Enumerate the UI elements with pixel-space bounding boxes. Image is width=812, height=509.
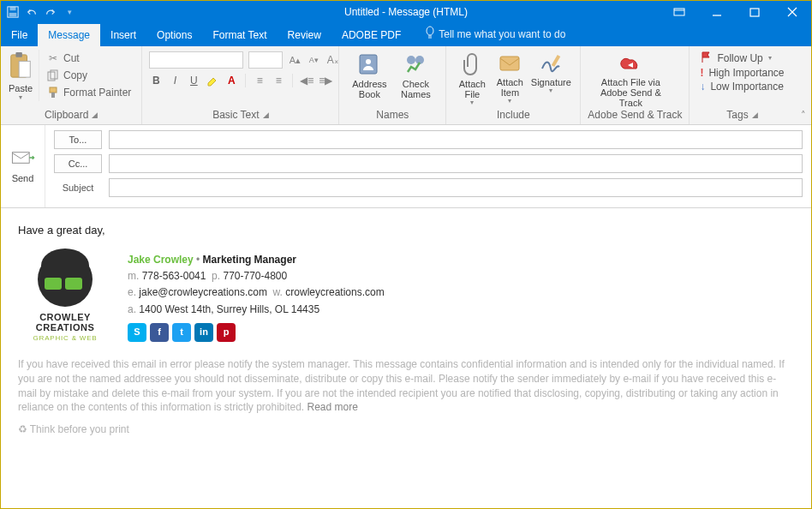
pinterest-icon[interactable]: p: [217, 323, 236, 342]
chevron-down-icon: ▾: [508, 98, 511, 105]
tab-message[interactable]: Message: [38, 24, 100, 46]
decrease-indent-icon[interactable]: ◀≡: [300, 74, 313, 87]
ribbon: Paste ▾ ✂ Cut Copy Format Painter C: [1, 46, 811, 125]
signature-icon: [539, 51, 563, 75]
tab-options[interactable]: Options: [146, 24, 202, 46]
exclamation-icon: !: [700, 67, 703, 79]
to-button[interactable]: To...: [54, 130, 102, 149]
sig-a-val: 1400 West 14th, Surrey Hills, OL 14435: [139, 303, 319, 315]
low-importance-label: Low Importance: [710, 81, 783, 93]
decrease-font-icon[interactable]: A▾: [307, 53, 320, 67]
tab-file[interactable]: File: [1, 24, 38, 46]
signature-button[interactable]: Signature ▾: [528, 50, 573, 95]
address-book-icon: [356, 51, 382, 77]
collapse-ribbon-icon[interactable]: ˄: [801, 110, 806, 121]
dialog-launcher-icon[interactable]: ◢: [92, 111, 98, 119]
attach-item-icon: [498, 51, 522, 75]
high-importance-button[interactable]: ! High Importance: [696, 66, 787, 80]
body-greeting: Have a great day,: [18, 224, 794, 237]
skype-icon[interactable]: S: [128, 323, 146, 342]
check-names-icon: [403, 51, 428, 77]
paste-button[interactable]: Paste ▾: [8, 51, 33, 101]
copy-button[interactable]: Copy: [43, 67, 134, 84]
sig-e-val: jake@crowleycreations.com: [139, 286, 267, 298]
copy-icon: [46, 69, 60, 82]
minimize-icon[interactable]: [698, 1, 736, 22]
svg-rect-24: [552, 55, 560, 67]
adobe-group-label: Adobe Send & Track: [588, 109, 682, 121]
tab-format-text[interactable]: Format Text: [202, 24, 277, 46]
font-color-icon[interactable]: A: [224, 74, 238, 87]
message-body[interactable]: Have a great day, CROWLEY CREATIONS GRAP…: [1, 208, 811, 508]
quick-access-toolbar: ▾: [1, 5, 76, 19]
paperclip-icon: [461, 51, 483, 77]
italic-icon[interactable]: I: [168, 74, 182, 87]
title-bar: ▾ Untitled - Message (HTML): [1, 1, 811, 22]
svg-rect-2: [9, 12, 17, 15]
numbering-icon[interactable]: ≡: [272, 74, 285, 87]
twitter-icon[interactable]: t: [172, 323, 191, 342]
dialog-launcher-icon[interactable]: ◢: [263, 111, 269, 119]
cc-button[interactable]: Cc...: [54, 154, 102, 173]
tell-me-search[interactable]: Tell me what you want to do: [418, 21, 572, 46]
increase-indent-icon[interactable]: ≡▶: [319, 74, 332, 87]
logo-line1: CROWLEY: [39, 312, 91, 322]
svg-rect-1: [10, 6, 16, 9]
dialog-launcher-icon[interactable]: ◢: [752, 111, 758, 119]
think-before-print: ♻ Think before you print: [18, 423, 794, 435]
group-include: Attach File ▾ Attach Item ▾ Signature ▾ …: [446, 46, 581, 124]
flag-icon: [700, 51, 712, 65]
attach-item-button[interactable]: Attach Item ▾: [491, 50, 528, 105]
svg-point-21: [407, 56, 415, 64]
format-painter-button[interactable]: Format Painter: [43, 84, 134, 101]
to-input[interactable]: [109, 130, 803, 149]
tab-adobe-pdf[interactable]: ADOBE PDF: [331, 24, 411, 46]
underline-icon[interactable]: U: [187, 74, 200, 87]
low-importance-button[interactable]: ↓ Low Importance: [696, 80, 786, 93]
address-book-button[interactable]: Address Book: [346, 50, 392, 99]
undo-icon[interactable]: [25, 5, 39, 19]
close-icon[interactable]: [773, 1, 811, 22]
adobe-attach-button[interactable]: Attach File via Adobe Send & Track: [588, 50, 673, 108]
scissors-icon: ✂: [46, 51, 60, 65]
maximize-icon[interactable]: [736, 1, 773, 22]
highlight-icon[interactable]: [206, 74, 219, 87]
sig-name: Jake Crowley: [128, 254, 194, 266]
follow-up-button[interactable]: Follow Up ▾: [696, 50, 774, 66]
svg-rect-18: [51, 93, 55, 98]
redo-icon[interactable]: [44, 5, 57, 19]
follow-up-label: Follow Up: [717, 52, 762, 64]
sig-bullet: •: [196, 254, 200, 266]
sig-p-val: 770-770-4800: [223, 270, 287, 282]
save-icon[interactable]: [6, 5, 20, 19]
clear-format-icon[interactable]: Aₓ: [325, 53, 339, 67]
qat-dropdown-icon[interactable]: ▾: [63, 5, 76, 19]
sig-p-key: p.: [212, 270, 220, 282]
bullets-icon[interactable]: ≡: [253, 74, 266, 87]
linkedin-icon[interactable]: in: [194, 323, 213, 342]
ribbon-tabs: File Message Insert Options Format Text …: [1, 22, 811, 46]
svg-point-20: [366, 59, 371, 64]
tab-insert[interactable]: Insert: [100, 24, 146, 46]
attach-file-button[interactable]: Attach File ▾: [453, 50, 491, 107]
facebook-icon[interactable]: f: [150, 323, 169, 342]
increase-font-icon[interactable]: A▴: [288, 53, 302, 67]
lightbulb-icon: [425, 27, 435, 41]
check-names-button[interactable]: Check Names: [392, 50, 439, 99]
svg-rect-17: [50, 87, 57, 93]
cut-button[interactable]: ✂ Cut: [43, 50, 134, 67]
bold-icon[interactable]: B: [149, 74, 163, 87]
ribbon-display-icon[interactable]: [660, 1, 698, 22]
logo-tag: GRAPHIC & WEB: [33, 334, 98, 342]
read-more-link[interactable]: Read more: [307, 401, 358, 413]
subject-input[interactable]: [109, 178, 803, 197]
tab-review[interactable]: Review: [278, 24, 331, 46]
font-family-combo[interactable]: [149, 51, 243, 69]
sig-m-val: 778-563-0041: [142, 270, 206, 282]
cc-input[interactable]: [109, 154, 803, 173]
font-size-combo[interactable]: [248, 51, 283, 69]
high-importance-label: High Importance: [708, 67, 784, 79]
window-title: Untitled - Message (HTML): [344, 6, 468, 18]
group-basic-text: A▴ A▾ Aₓ B I U A ≡ ≡ ◀≡ ≡▶ Basic Text◢: [142, 46, 339, 124]
send-button[interactable]: Send: [11, 150, 35, 183]
